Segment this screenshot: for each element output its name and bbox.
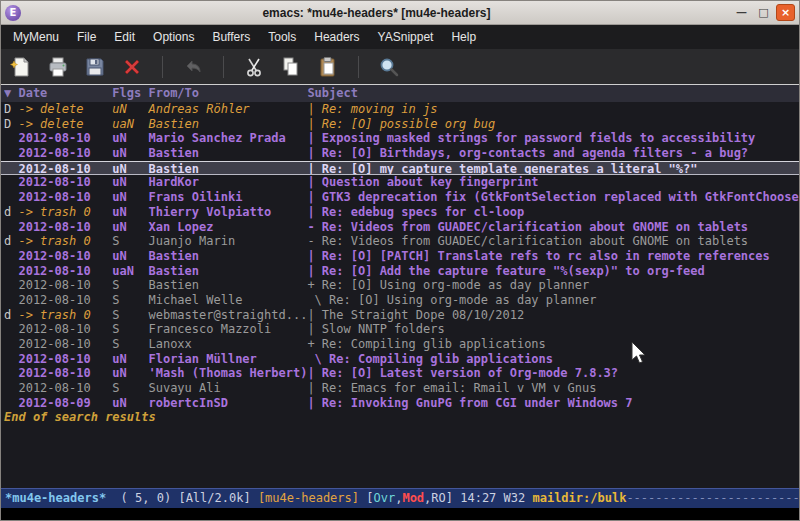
mouse-cursor bbox=[631, 341, 649, 365]
sort-direction-icon[interactable]: ▼ bbox=[4, 85, 18, 102]
modeline-plain: , bbox=[395, 489, 402, 508]
subject: | Re: [O] my capture template generates … bbox=[307, 162, 799, 175]
message-row[interactable]: 2012-08-10 S Francesco Mazzoli | Slow NN… bbox=[1, 322, 799, 337]
message-row[interactable]: 2012-08-10 uaN Bastien | Re: [O] Add the… bbox=[1, 264, 799, 279]
save-button[interactable] bbox=[83, 55, 107, 79]
message-row[interactable]: 2012-08-10 uN Xan Lopez - Re: Videos fro… bbox=[1, 220, 799, 235]
echo-area[interactable] bbox=[1, 508, 799, 520]
mark-char: D bbox=[4, 117, 18, 132]
message-row[interactable]: 2012-08-10 uN 'Mash (Thomas Herbert) | R… bbox=[1, 366, 799, 381]
message-row[interactable]: d -> trash 0 uN Thierry Volpiatto | Re: … bbox=[1, 205, 799, 220]
subject: | The Straight Dope 08/10/2012 bbox=[307, 308, 799, 323]
menu-item-buffers[interactable]: Buffers bbox=[203, 27, 259, 47]
copy-button[interactable] bbox=[279, 55, 303, 79]
flags: uN bbox=[112, 146, 148, 161]
mark-char bbox=[4, 190, 18, 205]
flags: uN bbox=[112, 175, 148, 190]
column-header-flags[interactable]: Flgs bbox=[112, 85, 148, 102]
flags: uN bbox=[112, 205, 148, 220]
from: Frans Oilinki bbox=[148, 190, 307, 205]
column-header-from[interactable]: From/To bbox=[148, 85, 307, 102]
from: Bastien bbox=[148, 278, 307, 293]
message-row[interactable]: 2012-08-10 uN Bastien | Re: [O] my captu… bbox=[1, 161, 799, 176]
message-row[interactable]: 2012-08-10 S Michael Welle \ Re: [O] Usi… bbox=[1, 293, 799, 308]
date-or-mark: 2012-08-10 bbox=[18, 381, 112, 396]
message-row[interactable]: 2012-08-10 uN Florian Müllner \ Re: Comp… bbox=[1, 352, 799, 367]
modeline-plain: 14:27 W32 bbox=[460, 489, 532, 508]
mark-char bbox=[4, 249, 18, 264]
flags: uN bbox=[112, 162, 148, 175]
subject: | Re: Emacs for email: Rmail v VM v Gnus bbox=[307, 381, 799, 396]
new-file-button[interactable] bbox=[9, 55, 33, 79]
cut-button[interactable] bbox=[242, 55, 266, 79]
column-header-date[interactable]: Date bbox=[18, 85, 112, 102]
minimize-button[interactable]: — bbox=[732, 4, 751, 21]
column-header-subject[interactable]: Subject bbox=[307, 85, 799, 102]
menu-item-edit[interactable]: Edit bbox=[105, 27, 144, 47]
menu-item-help[interactable]: Help bbox=[442, 27, 485, 47]
flags: S bbox=[112, 337, 148, 352]
close-buffer-button[interactable] bbox=[120, 55, 144, 79]
menu-item-yasnippet[interactable]: YASnippet bbox=[369, 27, 443, 47]
message-row[interactable]: d -> trash 0 S webmaster@straightd... | … bbox=[1, 308, 799, 323]
from: Francesco Mazzoli bbox=[148, 322, 307, 337]
modeline-buffer: *mu4e-headers* bbox=[5, 489, 106, 508]
menu-item-headers[interactable]: Headers bbox=[305, 27, 368, 47]
from: Bastien bbox=[148, 264, 307, 279]
menu-item-mymenu[interactable]: MyMenu bbox=[4, 27, 68, 47]
close-buffer-icon bbox=[120, 55, 144, 79]
menu-item-tools[interactable]: Tools bbox=[259, 27, 305, 47]
headers-column-row: ▼ Date Flgs From/To Subject bbox=[1, 85, 799, 102]
subject: | Question about key fingerprint bbox=[307, 175, 799, 190]
maximize-button[interactable]: □ bbox=[754, 4, 773, 21]
undo-button[interactable] bbox=[181, 55, 205, 79]
menu-item-file[interactable]: File bbox=[68, 27, 105, 47]
message-row[interactable]: 2012-08-10 uN Bastien | Re: [O] [PATCH] … bbox=[1, 249, 799, 264]
message-row[interactable]: 2012-08-10 S Lanoxx + Re: Compiling glib… bbox=[1, 337, 799, 352]
close-button[interactable]: × bbox=[776, 4, 795, 21]
date-or-mark: 2012-08-10 bbox=[18, 220, 112, 235]
subject: \ Re: Compiling glib applications bbox=[307, 352, 799, 367]
message-row[interactable]: 2012-08-09 uN robertcInSD | Re: Invoking… bbox=[1, 396, 799, 411]
date-or-mark: 2012-08-10 bbox=[18, 366, 112, 381]
mark-char bbox=[4, 131, 18, 146]
date-or-mark: 2012-08-10 bbox=[18, 249, 112, 264]
from: Bastien bbox=[148, 117, 307, 132]
date-or-mark: -> trash 0 bbox=[18, 308, 112, 323]
message-row[interactable]: 2012-08-10 uN Bastien | Re: [O] Birthday… bbox=[1, 146, 799, 161]
new-file-icon bbox=[9, 55, 33, 79]
message-row[interactable]: 2012-08-10 S Bastien + Re: [O] Using org… bbox=[1, 278, 799, 293]
mark-char bbox=[4, 220, 18, 235]
menu-item-options[interactable]: Options bbox=[144, 27, 203, 47]
undo-icon bbox=[181, 55, 205, 79]
search-button[interactable] bbox=[377, 55, 401, 79]
date-or-mark: 2012-08-10 bbox=[18, 162, 112, 175]
subject: | Re: Invoking GnuPG from CGI under Wind… bbox=[307, 396, 799, 411]
from: Xan Lopez bbox=[148, 220, 307, 235]
message-row[interactable]: 2012-08-10 uN Frans Oilinki | GTK3 depre… bbox=[1, 190, 799, 205]
date-or-mark: 2012-08-10 bbox=[18, 131, 112, 146]
message-row[interactable]: d -> trash 0 S Juanjo Marin - Re: Videos… bbox=[1, 234, 799, 249]
date-or-mark: 2012-08-10 bbox=[18, 322, 112, 337]
from: Bastien bbox=[148, 162, 307, 175]
modeline-folder: maildir:/bulk bbox=[532, 489, 626, 508]
flags: uN bbox=[112, 352, 148, 367]
date-or-mark: 2012-08-09 bbox=[18, 396, 112, 411]
print-button[interactable] bbox=[46, 55, 70, 79]
title-bar[interactable]: E emacs: *mu4e-headers* [mu4e-headers] —… bbox=[1, 1, 799, 25]
date-or-mark: 2012-08-10 bbox=[18, 146, 112, 161]
message-row[interactable]: 2012-08-10 uN Mario Sanchez Prada | Expo… bbox=[1, 131, 799, 146]
message-row[interactable]: D -> delete uN Andreas Röhler | Re: movi… bbox=[1, 102, 799, 117]
message-row[interactable]: 2012-08-10 S Suvayu Ali | Re: Emacs for … bbox=[1, 381, 799, 396]
date-or-mark: 2012-08-10 bbox=[18, 278, 112, 293]
subject: | Slow NNTP folders bbox=[307, 322, 799, 337]
message-row[interactable]: D -> delete uaN Bastien | Re: [O] possib… bbox=[1, 117, 799, 132]
flags: S bbox=[112, 322, 148, 337]
paste-icon bbox=[316, 55, 340, 79]
date-or-mark: -> delete bbox=[18, 102, 112, 117]
message-list: D -> delete uN Andreas Röhler | Re: movi… bbox=[1, 102, 799, 488]
paste-button[interactable] bbox=[316, 55, 340, 79]
message-row[interactable]: 2012-08-10 uN HardKor | Question about k… bbox=[1, 175, 799, 190]
subject: | Re: moving in js bbox=[307, 102, 799, 117]
from: Suvayu Ali bbox=[148, 381, 307, 396]
